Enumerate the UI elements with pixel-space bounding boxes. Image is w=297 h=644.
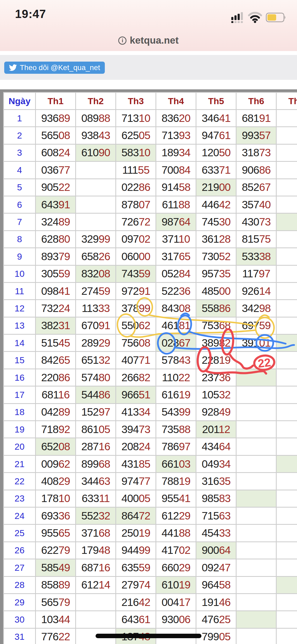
- result-cell: 37899: [116, 300, 156, 317]
- table-row: 206520828716208247869743464: [4, 438, 297, 455]
- info-icon: i: [118, 36, 126, 45]
- table-row: 224082934463974777881931635: [4, 473, 297, 490]
- table-row: 13382316709155062461817536869759: [4, 317, 297, 334]
- result-cell: 09247: [196, 559, 236, 576]
- result-cell: 46181: [156, 317, 196, 334]
- result-cell: 40829: [36, 473, 76, 490]
- result-cell: [236, 542, 276, 559]
- result-cell: 10344: [36, 611, 76, 628]
- result-cell: 83620: [156, 110, 196, 127]
- result-cell: 98583: [196, 490, 236, 507]
- result-cell: 73588: [156, 421, 196, 438]
- iphone-screen: 19:47: [0, 0, 297, 644]
- result-cell: 00962: [36, 455, 76, 472]
- result-cell: 56579: [36, 594, 76, 611]
- day-cell: 10: [4, 265, 36, 282]
- result-cell: [236, 559, 276, 576]
- result-cell: 55232: [76, 507, 116, 524]
- result-cell: 62279: [36, 542, 76, 559]
- table-row: 259556537168250194418845433: [4, 525, 297, 542]
- result-cell: 87807: [116, 196, 156, 213]
- result-cell: 61619: [156, 386, 196, 403]
- result-cell: 57480: [76, 369, 116, 386]
- result-cell: [236, 490, 276, 507]
- result-cell: [276, 403, 297, 421]
- result-cell: 00417: [156, 594, 196, 611]
- result-cell: 75368: [196, 317, 236, 334]
- day-cell: 24: [4, 507, 36, 524]
- result-cell: 38231: [36, 317, 76, 334]
- result-cell: 55886: [196, 300, 236, 317]
- result-cell: 04934: [196, 455, 236, 472]
- day-cell: 21: [4, 455, 36, 472]
- result-cell: 90064: [196, 542, 236, 559]
- url-bar[interactable]: i ketqua.net: [0, 35, 297, 46]
- result-cell: 26682: [116, 369, 156, 386]
- result-cell: 27459: [76, 282, 116, 300]
- result-cell: 06000: [116, 248, 156, 265]
- result-cell: [276, 127, 297, 144]
- result-cell: 40771: [116, 352, 156, 369]
- result-cell: 57843: [156, 352, 196, 369]
- result-cell: [276, 144, 297, 161]
- table-body: 1936890898871310836203464168191256508938…: [4, 110, 297, 644]
- result-cell: 61188: [156, 196, 196, 213]
- table-row: 246933655232864726122971563: [4, 507, 297, 524]
- result-cell: 22086: [36, 369, 76, 386]
- status-icons: [231, 12, 286, 23]
- result-cell: 95541: [156, 490, 196, 507]
- result-cell: [276, 386, 297, 403]
- browser-top-bar: 19:47: [0, 0, 297, 51]
- result-cell: 61090: [76, 144, 116, 161]
- home-indicator[interactable]: [96, 634, 201, 638]
- result-cell: 90522: [36, 179, 76, 196]
- result-cell: 32489: [36, 213, 76, 231]
- result-cell: 71310: [116, 110, 156, 127]
- result-cell: 62505: [116, 127, 156, 144]
- result-cell: 85889: [36, 576, 76, 594]
- result-cell: 64391: [36, 196, 76, 213]
- result-cell: 02286: [116, 179, 156, 196]
- result-cell: 54399: [156, 403, 196, 421]
- table-row: 231781063311400059554198583: [4, 490, 297, 507]
- result-cell: 47625: [196, 611, 236, 628]
- result-cell: 89379: [36, 248, 76, 265]
- result-cell: 93843: [76, 127, 116, 144]
- day-cell: 15: [4, 352, 36, 369]
- result-cell: 28929: [76, 334, 116, 352]
- result-cell: [276, 369, 297, 386]
- result-cell: 66103: [156, 455, 196, 472]
- result-cell: [276, 282, 297, 300]
- result-cell: 38982: [196, 334, 236, 352]
- table-row: 210096289968431856610304934: [4, 455, 297, 472]
- result-cell: 56508: [36, 127, 76, 144]
- twitter-follow-button[interactable]: Theo dõi @Ket_qua_net: [4, 62, 105, 74]
- day-cell: 9: [4, 248, 36, 265]
- result-cell: 71892: [36, 421, 76, 438]
- result-cell: 12050: [196, 144, 236, 161]
- result-cell: 69759: [236, 317, 276, 334]
- result-cell: 48500: [196, 282, 236, 300]
- result-cell: [276, 334, 297, 352]
- result-cell: [236, 628, 276, 644]
- result-cell: 97291: [116, 282, 156, 300]
- result-cell: 85267: [236, 179, 276, 196]
- result-cell: 92614: [236, 282, 276, 300]
- result-cell: 94761: [196, 127, 236, 144]
- result-cell: [276, 559, 297, 576]
- result-cell: 44188: [156, 525, 196, 542]
- result-cell: 15297: [76, 403, 116, 421]
- result-cell: 34641: [196, 110, 236, 127]
- result-cell: 05284: [156, 265, 196, 282]
- result-cell: 31873: [236, 144, 276, 161]
- result-cell: 74530: [196, 213, 236, 231]
- result-cell: 60824: [36, 144, 76, 161]
- column-header: Th1: [36, 93, 76, 110]
- result-cell: 11155: [116, 162, 156, 179]
- day-cell: 14: [4, 334, 36, 352]
- table-outer-border-left: [0, 89, 3, 644]
- result-cell: 63371: [196, 162, 236, 179]
- result-cell: 95735: [196, 265, 236, 282]
- result-cell: [276, 300, 297, 317]
- result-cell: 35740: [236, 196, 276, 213]
